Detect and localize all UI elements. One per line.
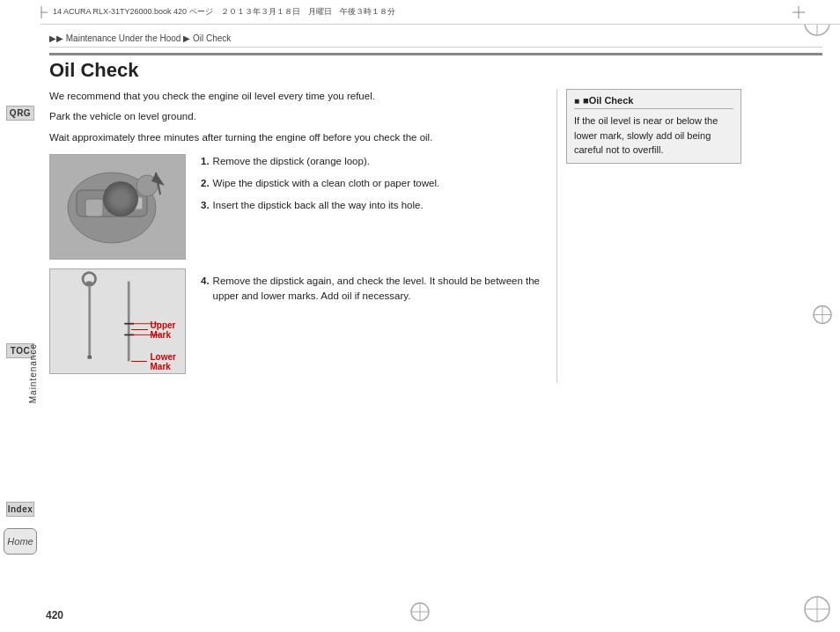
note-box-title-text: ■Oil Check — [583, 95, 633, 106]
step-4-list: 4. Remove the dipstick again, and check … — [201, 268, 542, 374]
file-info-text: 14 ACURA RLX-31TY26000.book 420 ページ ２０１３… — [53, 6, 395, 18]
note-box-content: If the oil level is near or below the lo… — [574, 114, 733, 158]
note-box-icon: ■ — [574, 96, 579, 106]
upper-mark-label: Upper Mark — [151, 320, 185, 340]
breadcrumb-arrow1: ▶▶ — [49, 33, 63, 43]
page-title: Oil Check — [49, 53, 822, 82]
maintenance-tab-label: Maintenance — [28, 343, 38, 403]
note-box-title: ■ ■Oil Check — [574, 95, 733, 109]
svg-rect-36 — [88, 285, 91, 357]
step-1-text: Remove the dipstick (orange loop). — [213, 154, 370, 169]
intro-text-2: Park the vehicle on level ground. — [49, 109, 542, 124]
step-2-text: Wipe the dipstick with a clean cloth or … — [213, 176, 440, 191]
intro-text-3: Wait approximately three minutes after t… — [49, 130, 542, 145]
right-column: ■ ■Oil Check If the oil level is near or… — [556, 89, 741, 383]
top-bar: 14 ACURA RLX-31TY26000.book 420 ページ ２０１３… — [0, 0, 840, 25]
lower-mark-label: Lower Mark — [150, 352, 185, 371]
step-3: 3. Insert the dipstick back all the way … — [201, 198, 542, 213]
main-content: ▶▶ Maintenance Under the Hood ▶ Oil Chec… — [41, 25, 840, 632]
step-2-num: 2. — [201, 176, 210, 191]
home-label: Home — [7, 536, 33, 547]
step-2: 2. Wipe the dipstick with a clean cloth … — [201, 176, 542, 191]
intro-text-1: We recommend that you check the engine o… — [49, 89, 542, 104]
step-1: 1. Remove the dipstick (orange loop). — [201, 154, 542, 169]
engine-illustration — [50, 155, 185, 259]
svg-rect-29 — [129, 197, 143, 209]
step-3-num: 3. — [201, 198, 210, 213]
left-column: We recommend that you check the engine o… — [49, 89, 542, 383]
dipstick-image-block: Upper Mark Lower Mark — [49, 268, 190, 374]
svg-rect-38 — [128, 281, 130, 361]
breadcrumb-part2: Oil Check — [193, 33, 231, 43]
breadcrumb-arrow2: ▶ — [183, 33, 190, 43]
breadcrumb: ▶▶ Maintenance Under the Hood ▶ Oil Chec… — [49, 33, 822, 48]
breadcrumb-part1: Maintenance Under the Hood — [66, 33, 181, 43]
step-4-num: 4. — [201, 274, 210, 305]
step-4-text: Remove the dipstick again, and check the… — [213, 274, 542, 305]
sidebar-item-qrg[interactable]: QRG — [6, 106, 34, 121]
step-4: 4. Remove the dipstick again, and check … — [201, 274, 542, 305]
step-4-section: Upper Mark Lower Mark 4. Remove the — [49, 268, 542, 374]
steps-1-3-section: 1. Remove the dipstick (orange loop). 2.… — [49, 154, 542, 260]
svg-rect-37 — [87, 356, 92, 359]
svg-rect-28 — [85, 199, 103, 217]
sidebar: QRG TOC Index Home Maintenance — [0, 0, 41, 632]
engine-image-block — [49, 154, 190, 260]
content-columns: We recommend that you check the engine o… — [49, 89, 822, 383]
step-3-text: Insert the dipstick back all the way int… — [213, 198, 424, 213]
sidebar-item-home[interactable]: Home — [4, 528, 37, 555]
steps-list-1-3: 1. Remove the dipstick (orange loop). 2.… — [201, 154, 542, 260]
sidebar-item-index[interactable]: Index — [6, 502, 34, 517]
step-1-num: 1. — [201, 154, 210, 169]
note-box: ■ ■Oil Check If the oil level is near or… — [566, 89, 741, 164]
dipstick-image: Upper Mark Lower Mark — [49, 268, 186, 374]
engine-image — [49, 154, 186, 260]
